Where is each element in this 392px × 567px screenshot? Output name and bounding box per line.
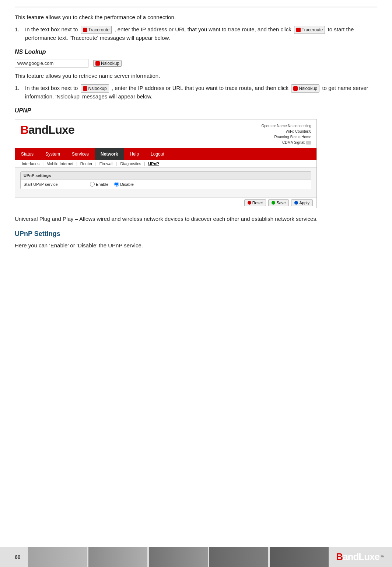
- subnav-firewall[interactable]: Firewall: [97, 161, 116, 166]
- ns-step-text: In the text box next to: [25, 85, 78, 91]
- router-subnav: Interfaces | Mobile Internet | Router | …: [15, 160, 316, 168]
- footer-gradient-bars: [28, 547, 329, 567]
- subnav-upnp[interactable]: UPnP: [145, 161, 162, 166]
- nslookup-btn-inline-1[interactable]: Nslookup: [81, 84, 109, 93]
- nav-status[interactable]: Status: [15, 148, 39, 160]
- traceroute-mid-text: , enter the IP address or URL that you w…: [114, 26, 291, 32]
- nav-logout[interactable]: Logout: [145, 148, 170, 160]
- save-button[interactable]: Save: [268, 199, 289, 206]
- nav-system[interactable]: System: [39, 148, 66, 160]
- router-footer: Reset Save Apply: [15, 197, 316, 208]
- apply-button[interactable]: Apply: [291, 199, 313, 206]
- row-control: Enable Disable: [90, 182, 134, 187]
- nslookup-row: Nslookup: [15, 59, 377, 67]
- nslookup-step-1: 1. In the text box next to Nslookup , en…: [15, 84, 377, 101]
- traceroute-icon-1: [83, 28, 87, 32]
- page-content: This feature allows you to check the per…: [0, 0, 392, 283]
- signal-icon: [306, 141, 311, 145]
- settings-box-title: UPnP settings: [21, 172, 311, 179]
- footer-logo-tm: ™: [380, 554, 385, 560]
- disable-radio-label[interactable]: Disable: [114, 182, 134, 187]
- status-line-4: CDMA Signal:: [261, 140, 311, 145]
- apply-icon: [294, 201, 298, 205]
- top-rule: [15, 7, 377, 7]
- status-line-1: Operator Name:No connecting: [261, 123, 311, 129]
- upnp-heading: UPNP: [15, 107, 377, 114]
- nav-help[interactable]: Help: [124, 148, 145, 160]
- settings-box: UPnP settings Start UPnP service Enable …: [20, 171, 311, 189]
- router-body: UPnP settings Start UPnP service Enable …: [15, 168, 316, 197]
- upnp-desc-paragraph: Universal Plug and Play – Allows wired a…: [15, 215, 377, 223]
- reset-button[interactable]: Reset: [244, 199, 266, 206]
- page-footer: 60 BandLuxe ™: [0, 547, 392, 567]
- nslookup-btn[interactable]: Nslookup: [93, 60, 122, 67]
- status-line-2: WiFi: Counter:0: [261, 129, 311, 134]
- traceroute-icon-2: [296, 28, 301, 32]
- router-nav: Status System Services Network Help Logo…: [15, 148, 316, 160]
- traceroute-step-1: 1. In the text box next to Traceroute , …: [15, 25, 377, 42]
- row-label: Start UPnP service: [24, 182, 90, 187]
- ns-mid-text: , enter the IP address or URL that you w…: [112, 85, 288, 91]
- nslookup-input[interactable]: [15, 59, 88, 67]
- ns-intro-paragraph: This feature allows you to retrieve name…: [15, 72, 377, 80]
- footer-logo: BandLuxe ™: [336, 551, 385, 563]
- nslookup-icon: [95, 61, 100, 66]
- enable-radio-label[interactable]: Enable: [90, 182, 108, 187]
- nslookup-icon-2: [293, 86, 298, 91]
- page-number: 60: [15, 554, 21, 560]
- disable-radio[interactable]: [114, 182, 119, 187]
- upnp-settings-heading: UPnP Settings: [15, 230, 377, 238]
- traceroute-btn-inline-2[interactable]: Traceroute: [294, 26, 325, 34]
- router-screenshot: BandLuxe Operator Name:No connecting WiF…: [15, 119, 317, 208]
- nslookup-icon-1: [83, 86, 87, 91]
- enable-radio[interactable]: [90, 182, 95, 187]
- status-line-3: Roaming Status:Home: [261, 134, 311, 140]
- ns-lookup-heading: NS Lookup: [15, 49, 377, 55]
- intro-paragraph: This feature allows you to check the per…: [15, 13, 377, 22]
- subnav-router[interactable]: Router: [77, 161, 95, 166]
- traceroute-step-text: In the text box next to: [25, 26, 78, 32]
- subnav-diagnostics[interactable]: Diagnostics: [117, 161, 144, 166]
- upnp-settings-desc: Here you can ‘Enable’ or ‘Disable’ the U…: [15, 241, 377, 250]
- footer-logo-text: BandLuxe: [336, 551, 379, 563]
- router-header: BandLuxe Operator Name:No connecting WiF…: [15, 119, 316, 148]
- reset-icon: [248, 201, 251, 205]
- subnav-interfaces[interactable]: Interfaces: [19, 161, 42, 166]
- save-icon: [272, 201, 275, 205]
- router-logo: BandLuxe: [20, 123, 74, 137]
- router-status-info: Operator Name:No connecting WiFi: Counte…: [261, 123, 311, 145]
- nslookup-btn-inline-2[interactable]: Nslookup: [291, 84, 319, 93]
- settings-box-row: Start UPnP service Enable Disable: [21, 179, 311, 189]
- nav-services[interactable]: Services: [66, 148, 95, 160]
- nav-network[interactable]: Network: [95, 148, 124, 160]
- subnav-mobile-internet[interactable]: Mobile Internet: [43, 161, 76, 166]
- traceroute-btn-inline-1[interactable]: Traceroute: [81, 26, 112, 34]
